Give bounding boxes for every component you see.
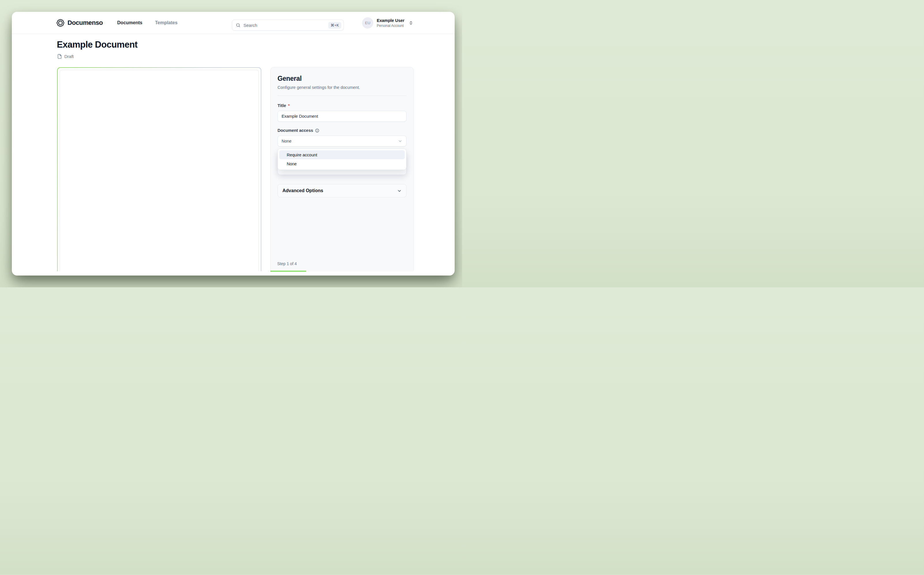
avatar: EU bbox=[362, 17, 373, 29]
access-field-label: Document access bbox=[278, 128, 406, 133]
title-field-label: Title * bbox=[278, 103, 406, 108]
title-input[interactable] bbox=[278, 111, 406, 122]
step-progress-track bbox=[270, 271, 414, 272]
settings-panel-clip: General Configure general settings for t… bbox=[270, 67, 414, 272]
dropdown-option-none[interactable]: None bbox=[279, 159, 405, 168]
search-input[interactable]: Search ⌘+K bbox=[232, 20, 344, 30]
access-label-text: Document access bbox=[278, 128, 313, 133]
search-shortcut-badge: ⌘+K bbox=[328, 22, 341, 29]
status-label: Draft bbox=[64, 54, 74, 59]
panel-divider bbox=[278, 95, 406, 96]
title-label-text: Title bbox=[278, 103, 286, 108]
panel-title: General bbox=[278, 75, 406, 83]
documenso-seal-icon bbox=[56, 19, 65, 27]
access-select[interactable]: None bbox=[278, 136, 406, 146]
app-header: Documenso Documents Templates Search ⌘+K… bbox=[12, 12, 455, 34]
settings-panel: General Configure general settings for t… bbox=[270, 67, 414, 272]
page-title: Example Document bbox=[57, 40, 138, 50]
document-frame bbox=[57, 67, 261, 271]
search-icon bbox=[236, 23, 241, 28]
user-name: Example User bbox=[377, 18, 405, 23]
required-asterisk: * bbox=[288, 103, 290, 108]
page-background: Documenso Documents Templates Search ⌘+K… bbox=[0, 0, 462, 288]
search-placeholder: Search bbox=[243, 23, 325, 28]
progress-fill bbox=[270, 271, 306, 272]
info-icon[interactable] bbox=[315, 129, 319, 133]
step-indicator: Step 1 of 4 bbox=[277, 261, 297, 266]
access-dropdown-menu: Require account None bbox=[278, 149, 406, 170]
brand-logo[interactable]: Documenso bbox=[56, 19, 103, 27]
status-badge: Draft bbox=[57, 54, 74, 59]
chevrons-up-down-icon bbox=[408, 21, 413, 25]
nav-templates[interactable]: Templates bbox=[155, 20, 178, 25]
file-icon bbox=[57, 54, 62, 59]
document-page[interactable] bbox=[60, 70, 259, 271]
advanced-options-label: Advanced Options bbox=[283, 188, 323, 193]
user-menu[interactable]: EU Example User Personal Account bbox=[362, 17, 413, 29]
advanced-options-toggle[interactable]: Advanced Options bbox=[278, 184, 406, 197]
document-viewer bbox=[57, 67, 261, 271]
access-select-value: None bbox=[281, 139, 398, 143]
nav-documents[interactable]: Documents bbox=[117, 20, 142, 25]
panel-subtitle: Configure general settings for the docum… bbox=[278, 85, 406, 90]
chevron-down-icon bbox=[398, 139, 402, 143]
dropdown-option-require-account[interactable]: Require account bbox=[279, 150, 405, 159]
brand-name: Documenso bbox=[68, 19, 103, 27]
user-text: Example User Personal Account bbox=[377, 18, 405, 28]
main-nav: Documents Templates bbox=[117, 20, 178, 25]
chevron-down-icon bbox=[397, 188, 402, 193]
app-window: Documenso Documents Templates Search ⌘+K… bbox=[12, 12, 455, 276]
user-account-type: Personal Account bbox=[377, 24, 405, 28]
